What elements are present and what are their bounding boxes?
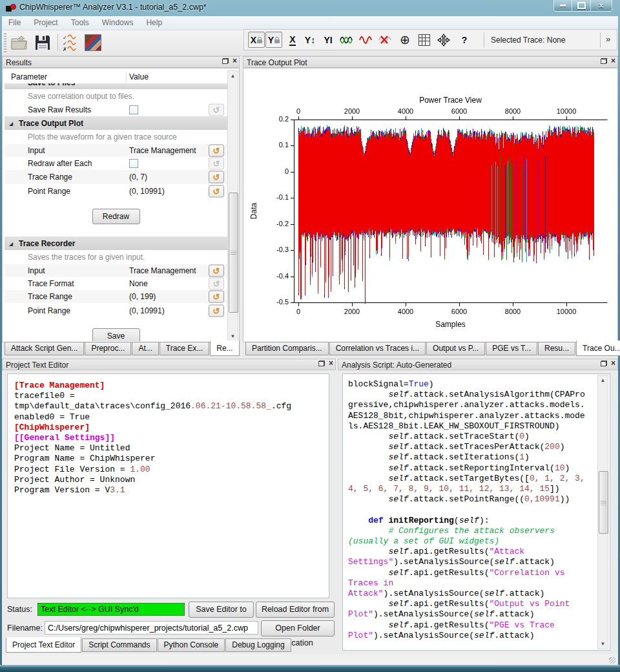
tab-re[interactable]: Re... — [210, 341, 239, 356]
undo-default-button[interactable]: ↺ — [209, 304, 224, 317]
param-row-trace-range[interactable]: Trace Range(0, 199)↺ — [5, 290, 227, 303]
undo-default-button[interactable]: ↺ — [209, 158, 224, 170]
close-panel-icon[interactable]: × — [232, 58, 237, 64]
results-scrollbar-thumb[interactable] — [229, 193, 238, 313]
tab-partition-comparis[interactable]: Partition Comparis... — [245, 342, 329, 355]
filename-input[interactable] — [45, 621, 258, 635]
script-scrollbar[interactable]: ▲ ▼ — [597, 375, 608, 649]
expand-triangle-icon[interactable]: ◢ — [9, 240, 13, 246]
reload-editor-button[interactable]: Reload Editor from Disk — [256, 602, 335, 618]
resize-grip[interactable] — [609, 657, 615, 664]
redraw-button[interactable]: Redraw — [92, 209, 140, 224]
expand-triangle-icon[interactable]: ◢ — [9, 120, 13, 126]
attack-script-button[interactable] — [83, 33, 103, 52]
float-panel-icon[interactable] — [601, 361, 607, 366]
title-bar[interactable]: ChipWhisperer™ Analyzer V3.1 - tutorial_… — [0, 0, 620, 16]
param-row-save-raw-results[interactable]: Save Raw Results↺ — [5, 103, 227, 116]
undo-default-button[interactable]: ↺ — [209, 265, 224, 277]
code-line: self.attack.setTracesPerAttack(200) — [348, 442, 610, 452]
grid-button[interactable] — [416, 32, 433, 48]
open-project-button[interactable] — [10, 33, 29, 52]
section-row-trace-recorder[interactable]: ◢Trace Recorder — [5, 236, 227, 250]
clear-traces-button[interactable] — [377, 32, 394, 48]
code-line: self.api.getResults("Attack — [348, 547, 610, 557]
crosshair-button[interactable]: ⊕ — [397, 32, 413, 48]
results-scrollbar[interactable]: ▲ ▼ — [227, 70, 238, 342]
close-button[interactable]: × — [591, 0, 612, 12]
scroll-up-icon[interactable]: ▲ — [598, 375, 608, 385]
code-line: self.attack.setIterations(1) — [348, 452, 610, 463]
param-row-point-range[interactable]: Point Range(0, 10991)↺ — [5, 303, 227, 318]
float-panel-icon[interactable] — [222, 58, 229, 64]
undo-default-button[interactable]: ↺ — [209, 145, 224, 157]
close-panel-icon[interactable]: × — [611, 58, 615, 64]
tab-debug-logging[interactable]: Debug Logging — [225, 638, 291, 652]
undo-default-button[interactable]: ↺ — [209, 104, 224, 116]
tab-trace-ex[interactable]: Trace Ex... — [160, 342, 210, 355]
param-row-redraw-after-each[interactable]: Redraw after Each↺ — [5, 157, 227, 170]
menu-project[interactable]: Project — [27, 16, 64, 29]
tab-correlation-vs-traces-i[interactable]: Correlation vs Traces i... — [329, 342, 426, 355]
tab-pge-vs-t[interactable]: PGE vs T... — [486, 342, 537, 355]
toolbar-overflow-button[interactable]: » — [606, 34, 610, 44]
project-config-editor[interactable]: [Trace Management]tracefile0 =tmp\defaul… — [7, 373, 329, 598]
show-all-traces-button[interactable] — [338, 32, 355, 48]
scroll-down-icon[interactable]: ▼ — [228, 331, 238, 341]
float-panel-icon[interactable] — [601, 58, 607, 64]
param-row-input[interactable]: InputTrace Management↺ — [5, 144, 227, 157]
tab-preproc[interactable]: Preproc... — [85, 342, 131, 355]
pan-icon — [437, 34, 450, 47]
script-scrollbar-thumb[interactable] — [599, 471, 608, 534]
scroll-up-icon[interactable]: ▲ — [228, 71, 238, 81]
pan-button[interactable] — [435, 32, 452, 48]
parameter-column-header[interactable]: Parameter — [11, 72, 47, 81]
tab-project-text-editor[interactable]: Project Text Editor — [6, 637, 81, 653]
undo-default-button[interactable]: ↺ — [209, 185, 224, 198]
float-panel-icon[interactable] — [318, 361, 325, 366]
minimize-button[interactable] — [553, 0, 572, 12]
param-row-input[interactable]: InputTrace Management↺ — [5, 264, 227, 277]
param-row-trace-format[interactable]: Trace FormatNone↺ — [5, 277, 227, 290]
tab-attack-script-gen[interactable]: Attack Script Gen... — [5, 342, 84, 355]
section-row-trace-output-plot[interactable]: ◢Trace Output Plot — [5, 116, 227, 130]
save-raw-results-checkbox[interactable] — [129, 105, 138, 114]
undo-default-button[interactable]: ↺ — [209, 278, 224, 290]
power-trace-canvas[interactable] — [247, 92, 612, 339]
close-panel-icon[interactable]: × — [329, 361, 333, 366]
y-autorange-button[interactable]: Y↕ — [302, 32, 318, 48]
results-column-header[interactable]: Parameter Value — [5, 70, 227, 84]
y-manual-scale-button[interactable]: YI — [320, 32, 336, 48]
tab-output-vs-p[interactable]: Output vs P... — [426, 342, 485, 355]
scroll-down-icon[interactable]: ▼ — [598, 639, 608, 649]
menu-help[interactable]: Help — [140, 16, 169, 29]
tab-resu[interactable]: Resu... — [538, 342, 575, 355]
value-column-header[interactable]: Value — [129, 72, 149, 81]
param-row-point-range[interactable]: Point Range(0, 10991)↺ — [5, 184, 227, 198]
menu-windows[interactable]: Windows — [96, 16, 140, 29]
save-editor-button[interactable]: Save Editor to Disk — [189, 602, 254, 618]
x-axis-lock-button[interactable]: X — [248, 32, 265, 48]
undo-default-button[interactable]: ↺ — [209, 291, 224, 303]
help-button[interactable]: ? — [456, 32, 473, 48]
save-project-button[interactable] — [33, 33, 52, 52]
param-row-trace-range[interactable]: Trace Range(0, 7)↺ — [5, 170, 227, 184]
show-trace-button[interactable] — [358, 32, 375, 48]
redraw-after-each-checkbox[interactable] — [129, 159, 138, 168]
open-folder-button[interactable]: Open Folder Location — [261, 620, 335, 636]
save-button[interactable]: Save — [92, 328, 140, 341]
menu-tools[interactable]: Tools — [65, 16, 96, 29]
x-autorange-button[interactable]: X — [284, 32, 301, 48]
tab-trace-ou[interactable]: Trace Ou... — [576, 341, 620, 356]
menu-file[interactable]: File — [2, 16, 27, 29]
trace-manager-button[interactable]: ✓ ✓ ✗ — [61, 33, 81, 52]
analysis-script-view[interactable]: blockSignal=True) self.attack.setAnalysi… — [342, 373, 610, 651]
help-row: Plots the waveform for a given trace sou… — [5, 130, 227, 144]
tab-at[interactable]: At... — [132, 342, 158, 355]
tab-script-commands[interactable]: Script Commands — [82, 638, 156, 652]
y-axis-lock-button[interactable]: Y — [265, 32, 282, 48]
toolbar-handle[interactable] — [4, 33, 6, 53]
close-panel-icon[interactable]: × — [611, 361, 615, 366]
undo-default-button[interactable]: ↺ — [209, 171, 224, 184]
maximize-button[interactable] — [572, 0, 591, 12]
tab-python-console[interactable]: Python Console — [158, 638, 225, 652]
